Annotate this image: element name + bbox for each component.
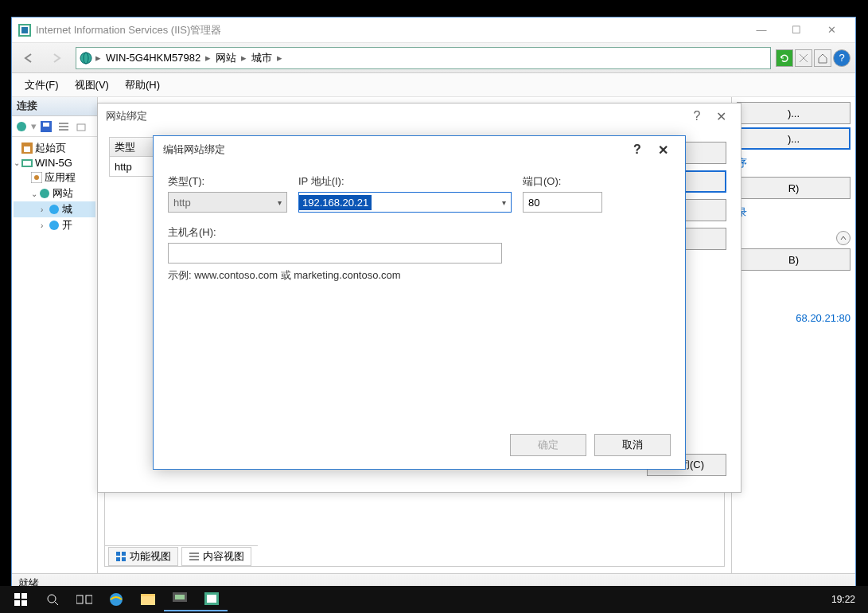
tab-content-view[interactable]: 内容视图 — [181, 547, 251, 566]
globe-icon — [80, 52, 92, 64]
close-button[interactable]: ✕ — [814, 19, 849, 41]
site-icon — [49, 204, 60, 215]
action-button-4[interactable]: B) — [737, 248, 850, 271]
nav-back-button[interactable] — [17, 47, 42, 69]
svg-point-21 — [49, 205, 59, 214]
breadcrumb-sep: ▸ — [205, 52, 211, 64]
ie-icon[interactable] — [100, 588, 132, 611]
navbar-tools: ? — [776, 49, 850, 67]
tree-sites[interactable]: ⌄ 网站 — [14, 185, 95, 201]
breadcrumb-site[interactable]: 城市 — [247, 51, 277, 65]
menu-view[interactable]: 视图(V) — [67, 75, 117, 96]
list-icon[interactable] — [56, 119, 72, 135]
tree-start-page[interactable]: 起始页 — [14, 140, 95, 156]
navigation-bar: ▸ WIN-5G4HKM57982 ▸ 网站 ▸ 城市 ▸ ? — [12, 43, 855, 73]
breadcrumb-sites[interactable]: 网站 — [211, 51, 241, 65]
ip-address-input[interactable]: 192.168.20.21 ▾ — [298, 192, 512, 213]
action-link-1[interactable]: 序 — [737, 153, 850, 174]
refresh-icon[interactable] — [776, 49, 793, 67]
sites-icon — [39, 188, 50, 199]
perm-icon[interactable] — [73, 119, 89, 135]
svg-rect-2 — [21, 27, 28, 33]
connect-icon[interactable] — [14, 119, 29, 135]
taskbar-clock[interactable]: 19:22 — [823, 594, 863, 605]
action-link-2[interactable]: 录 — [737, 202, 850, 223]
svg-rect-17 — [23, 161, 31, 166]
bindings-title: 网站绑定 — [106, 109, 685, 123]
apppool-icon — [31, 172, 42, 183]
breadcrumb-bar[interactable]: ▸ WIN-5G4HKM57982 ▸ 网站 ▸ 城市 ▸ — [76, 47, 771, 69]
svg-rect-37 — [86, 595, 92, 603]
port-input[interactable] — [523, 192, 602, 213]
nav-forward-button[interactable] — [44, 47, 69, 69]
expander-icon[interactable]: ⌄ — [14, 158, 21, 167]
address-link[interactable]: 68.20.21:80 — [737, 309, 850, 327]
iis-taskbar-icon[interactable] — [196, 588, 228, 611]
expander-icon[interactable]: › — [41, 205, 49, 214]
svg-rect-33 — [21, 600, 27, 606]
menu-help[interactable]: 帮助(H) — [117, 75, 168, 96]
tree-server[interactable]: ⌄ WIN-5G — [14, 156, 95, 170]
maximize-button[interactable]: ☐ — [779, 19, 814, 41]
bindings-row[interactable]: http — [110, 157, 156, 176]
bindings-close-button[interactable]: ✕ — [709, 109, 733, 124]
features-view-icon — [115, 551, 127, 562]
bindings-help-button[interactable]: ? — [685, 109, 709, 123]
bindings-col-type[interactable]: 类型 — [110, 138, 156, 157]
help-icon[interactable]: ? — [833, 49, 850, 67]
svg-rect-12 — [59, 129, 68, 131]
svg-rect-11 — [59, 126, 68, 127]
port-label: 端口(O): — [523, 174, 602, 189]
action-button-1[interactable]: )... — [737, 102, 850, 124]
svg-point-3 — [80, 53, 91, 64]
breadcrumb-sep: ▸ — [95, 52, 101, 64]
bindings-titlebar: 网站绑定 ? ✕ — [98, 103, 741, 129]
svg-rect-25 — [116, 557, 120, 561]
tree-app-pools[interactable]: 应用程 — [14, 170, 95, 185]
taskbar[interactable]: 19:22 — [0, 586, 868, 613]
breadcrumb-server[interactable]: WIN-5G4HKM57982 — [101, 52, 205, 64]
edit-body: 类型(T): http ▾ IP 地址(I): 192.168.20.21 ▾ … — [154, 163, 685, 294]
tree-site-city[interactable]: › 城 — [14, 201, 95, 217]
start-button[interactable] — [5, 588, 37, 611]
cancel-button[interactable]: 取消 — [594, 434, 671, 456]
save-icon[interactable] — [38, 119, 54, 135]
server-manager-icon[interactable] — [164, 588, 196, 611]
host-name-input[interactable] — [168, 243, 502, 264]
menu-file[interactable]: 文件(F) — [17, 75, 67, 96]
action-button-3[interactable]: R) — [737, 177, 850, 199]
connections-tree[interactable]: 起始页 ⌄ WIN-5G 应用程 ⌄ 网站 › — [12, 137, 97, 236]
type-label: 类型(T): — [168, 174, 287, 189]
bindings-grid[interactable]: 类型 http — [109, 137, 157, 177]
svg-line-35 — [55, 602, 58, 605]
explorer-icon[interactable] — [132, 588, 164, 611]
search-icon[interactable] — [37, 588, 68, 611]
expander-icon[interactable]: ⌄ — [31, 189, 39, 198]
expander-icon[interactable]: › — [41, 221, 49, 230]
svg-rect-31 — [21, 593, 27, 599]
server-tree-icon — [21, 158, 33, 169]
minimize-button[interactable]: — — [744, 19, 779, 41]
svg-point-34 — [48, 595, 56, 603]
svg-point-22 — [49, 221, 59, 230]
chevron-down-icon[interactable]: ▾ — [497, 198, 511, 207]
svg-rect-9 — [43, 123, 49, 127]
actions-panel: )... )... 序 R) 录 B) 68.20.21:80 — [732, 97, 855, 573]
task-view-icon[interactable] — [68, 588, 100, 611]
edit-help-button[interactable]: ? — [625, 143, 650, 157]
svg-rect-10 — [59, 123, 68, 124]
edit-binding-dialog: 编辑网站绑定 ? ✕ 类型(T): http ▾ IP 地址(I): 192.1… — [153, 135, 686, 470]
svg-rect-27 — [189, 552, 199, 554]
svg-rect-36 — [76, 595, 83, 603]
edit-close-button[interactable]: ✕ — [650, 143, 675, 158]
collapse-icon[interactable] — [836, 231, 850, 245]
svg-rect-26 — [122, 557, 126, 561]
action-button-2[interactable]: )... — [737, 127, 850, 150]
titlebar: Internet Information Services (IIS)管理器 —… — [12, 18, 855, 43]
stop-icon[interactable] — [795, 49, 812, 67]
tab-features-view[interactable]: 功能视图 — [108, 547, 178, 566]
ok-button[interactable]: 确定 — [510, 434, 586, 456]
host-example-text: 示例: www.contoso.com 或 marketing.contoso.… — [168, 268, 671, 283]
tree-site-open[interactable]: › 开 — [14, 217, 95, 233]
home-icon[interactable] — [814, 49, 831, 67]
